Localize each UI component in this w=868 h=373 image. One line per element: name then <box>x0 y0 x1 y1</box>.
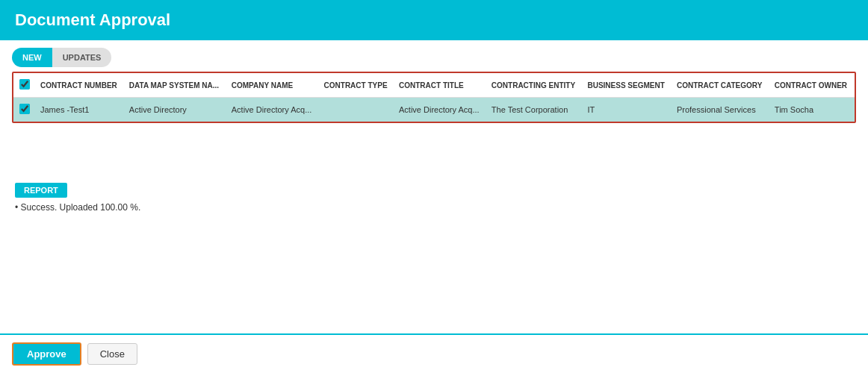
main-content: NEW UPDATES CONTRACT NUMBER DATA MAP SYS… <box>0 40 868 220</box>
col-contract-type: CONTRACT TYPE <box>320 73 394 98</box>
col-contract-title: CONTRACT TITLE <box>394 73 487 98</box>
contract-type-cell <box>320 98 394 122</box>
contracting-entity-cell: The Test Corporation <box>487 98 583 122</box>
close-button[interactable]: Close <box>87 343 137 365</box>
table-row: James -Test1Active DirectoryActive Direc… <box>13 98 855 122</box>
contract-title-cell: Active Directory Acq... <box>394 98 487 122</box>
col-contract-owner: CONTRACT OWNER <box>770 73 855 98</box>
company-name-cell: Active Directory Acq... <box>227 98 320 122</box>
footer: Approve Close <box>0 333 868 373</box>
tab-new[interactable]: NEW <box>12 48 52 67</box>
report-section: REPORT • Success. Uploaded 100.00 %. <box>12 183 856 213</box>
tab-bar: NEW UPDATES <box>12 48 856 67</box>
col-contracting-entity: CONTRACTING ENTITY <box>487 73 583 98</box>
business-segment-cell: IT <box>583 98 672 122</box>
contract-owner-cell: Tim Socha <box>770 98 855 122</box>
page-header: Document Approval <box>0 0 868 40</box>
approve-button[interactable]: Approve <box>12 342 81 366</box>
contract-number-cell: James -Test1 <box>36 98 125 122</box>
row-select-cell <box>13 98 36 122</box>
report-status: • Success. Uploaded 100.00 %. <box>15 202 853 213</box>
table-container: CONTRACT NUMBER DATA MAP SYSTEM NA... CO… <box>12 72 856 123</box>
row-checkbox[interactable] <box>19 104 30 114</box>
col-data-map: DATA MAP SYSTEM NA... <box>125 73 227 98</box>
col-contract-category: CONTRACT CATEGORY <box>672 73 770 98</box>
col-business-segment: BUSINESS SEGMENT <box>583 73 672 98</box>
table-header-row: CONTRACT NUMBER DATA MAP SYSTEM NA... CO… <box>13 73 855 98</box>
page-title: Document Approval <box>15 10 853 30</box>
col-company-name: COMPANY NAME <box>227 73 320 98</box>
select-all-checkbox[interactable] <box>19 79 30 90</box>
contracts-table: CONTRACT NUMBER DATA MAP SYSTEM NA... CO… <box>13 73 855 122</box>
tab-updates[interactable]: UPDATES <box>52 48 112 67</box>
col-contract-number: CONTRACT NUMBER <box>36 73 125 98</box>
contract-category-cell: Professional Services <box>672 98 770 122</box>
select-all-header <box>13 73 36 98</box>
data-map-cell: Active Directory <box>125 98 227 122</box>
report-button[interactable]: REPORT <box>15 183 67 198</box>
